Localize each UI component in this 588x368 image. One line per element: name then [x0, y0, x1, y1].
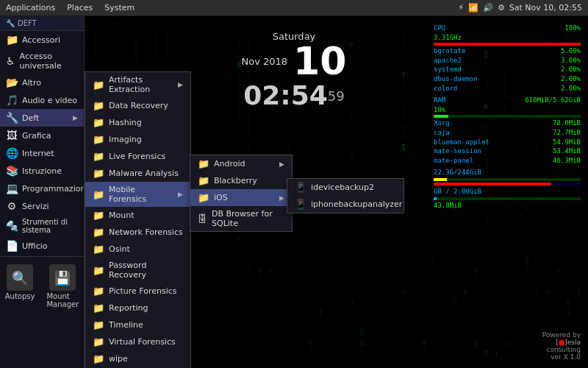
submenu-label: Mount [109, 210, 134, 220]
folder-icon: 📁 [93, 319, 104, 330]
proc-dbus: dbus-daemon [434, 74, 478, 84]
deft-picture-forensics[interactable]: 📁 Picture Forensics [85, 283, 190, 300]
folder-icon: 📁 [93, 168, 104, 179]
cpu-freq: 3.31GHz [434, 33, 462, 43]
tesla-branding: Powered by [■]esla consulting ver X 1.0 [542, 331, 581, 361]
folder-icon: 📁 [93, 302, 104, 314]
launcher-mount-manager[interactable]: 💾 Mount Manager [43, 261, 82, 311]
strumenti-icon: 🔩 [6, 220, 18, 232]
proc-mate-session: mate-session [434, 146, 481, 156]
desktop: Saturday Nov 2018 10 02:5459 CPU 100% 3.… [0, 16, 588, 368]
ram-label: RAM [434, 96, 445, 105]
ram-used: 610MiB/5.62GiB [525, 96, 581, 105]
deft-reporting[interactable]: 📁 Reporting [85, 300, 190, 316]
system-menu[interactable]: System [98, 1, 140, 14]
deft-password-recovery[interactable]: 📁 Password Recovery [85, 258, 190, 283]
servizi-icon: ⚙ [6, 200, 18, 212]
arrow-right-icon: ▶ [178, 191, 183, 198]
submenu-label: iphonebackupanalyzer [311, 199, 402, 209]
version-label: ver X 1.0 [542, 353, 581, 361]
tesla-bracket-icon: ■ [559, 339, 565, 346]
arrow-right-icon: ▶ [279, 160, 284, 168]
mobile-android[interactable]: 📁 Android ▶ [190, 155, 292, 172]
deft-osint[interactable]: 📁 Osint [85, 241, 190, 258]
top-panel: Applications Places System ⚡ 📶 🔊 ⚙ Sat N… [0, 0, 588, 16]
submenu-label: Virtual Forensics [109, 337, 176, 347]
deft-network-forensics[interactable]: 📁 Network Forensics [85, 224, 190, 241]
launcher-label: Ufficio [22, 241, 48, 251]
submenu-label: idevicebackup2 [311, 183, 374, 192]
launcher-item-servizi[interactable]: ⚙ Servizi [0, 197, 84, 215]
launcher-item-deft[interactable]: 🔧 Deft ▶ [0, 109, 84, 127]
submenu-label: DB Browser for SQLite [212, 209, 284, 228]
ios-idevicebackup2[interactable]: 📱 idevicebackup2 [287, 179, 404, 196]
launcher-label: Accessori [22, 35, 60, 45]
arrow-right-icon: ▶ [73, 114, 78, 121]
ram-pct: 10% [434, 105, 445, 115]
deft-data-recovery[interactable]: 📁 Data Recovery [85, 97, 190, 114]
mobile-db-browser[interactable]: 🗄 DB Browser for SQLite [190, 206, 292, 231]
applications-menu[interactable]: Applications [0, 1, 61, 14]
folder-icon: 📁 [93, 265, 104, 276]
deft-mobile-forensics[interactable]: 📁 Mobile Forensics ▶ [85, 182, 190, 207]
mobile-blackberry[interactable]: 📁 Blackberry [190, 172, 292, 189]
deft-live-forensics[interactable]: 📁 Live Forensics [85, 148, 190, 165]
launcher-label: Deft [22, 113, 39, 123]
proc-systemd: systemd [434, 65, 462, 74]
settings-icon[interactable]: ⚙ [498, 3, 505, 13]
arrow-right-icon: ▶ [178, 81, 183, 88]
folder-icon: 📁 [198, 158, 209, 169]
mobile-forensics-submenu: 📁 Android ▶ 📁 Blackberry 📁 iOS ▶ 🗄 DB Br… [190, 155, 293, 232]
folder-icon: 📁 [93, 189, 104, 200]
cpu-pct: 100% [564, 24, 581, 33]
proc-xorg: Xorg [434, 118, 450, 128]
mount-manager-label: Mount Manager [46, 292, 79, 308]
launcher-label: Servizi [22, 202, 49, 211]
launcher-label: Strumenti di sistema [22, 218, 78, 234]
launcher-item-strumenti[interactable]: 🔩 Strumenti di sistema [0, 215, 84, 237]
launcher-item-programmazione[interactable]: 💻 Programmazione [0, 180, 84, 197]
deft-mount[interactable]: 📁 Mount [85, 207, 190, 224]
folder-icon: 📁 [93, 210, 104, 221]
launcher-item-audio[interactable]: 🎵 Audio e video [0, 91, 84, 109]
launcher-item-internet[interactable]: 🌐 Internet [0, 144, 84, 162]
launcher-autopsy[interactable]: 🔍 Autopsy [2, 261, 38, 311]
autopsy-icon: 🔍 [7, 264, 33, 291]
mobile-ios[interactable]: 📁 iOS ▶ [190, 189, 292, 206]
launcher-item-grafica[interactable]: 🖼 Grafica [0, 127, 84, 144]
submenu-label: Android [214, 159, 245, 169]
deft-virtual-forensics[interactable]: 📁 Virtual Forensics [85, 333, 190, 350]
proc-caja: caja [434, 128, 450, 138]
launcher-item-istruzione[interactable]: 📚 Istruzione [0, 162, 84, 180]
ios-app-icon: 📱 [295, 182, 306, 193]
launcher-title: DEFT [18, 19, 37, 27]
launcher-item-accessori[interactable]: 📁 Accessori [0, 31, 84, 49]
bluetooth-icon: ⚡ [458, 3, 464, 13]
deft-hashing[interactable]: 📁 Hashing [85, 114, 190, 131]
clock-time: 02:54 [243, 80, 328, 110]
network-icon: 📶 [468, 3, 478, 13]
folder-icon: 📁 [93, 134, 104, 145]
launcher-item-accesso[interactable]: ♿ Accesso universale [0, 49, 84, 74]
places-menu[interactable]: Places [61, 1, 98, 14]
top-panel-right: ⚡ 📶 🔊 ⚙ Sat Nov 10, 02:55 [458, 3, 588, 13]
launcher-item-ufficio[interactable]: 📄 Ufficio [0, 237, 84, 255]
clock-month-year: Nov 2018 [242, 56, 288, 67]
ios-app-icon: 📱 [295, 199, 306, 210]
deft-wipe[interactable]: 📁 wipe [85, 350, 190, 367]
clock-date-bottom: Nov 2018 10 [242, 42, 347, 80]
launcher-item-altro[interactable]: 📂 Altro [0, 74, 84, 91]
folder-icon: 📁 [93, 336, 104, 347]
submenu-label: Data Recovery [109, 101, 168, 110]
launcher-header: 🔧 DEFT [0, 16, 84, 31]
deft-timeline[interactable]: 📁 Timeline [85, 316, 190, 333]
deft-artifacts-extraction[interactable]: 📁 Artifacts Extraction ▶ [85, 72, 190, 97]
volume-icon: 🔊 [483, 3, 493, 13]
mount-manager-icon: 💾 [49, 264, 76, 291]
submenu-label: Blackberry [214, 176, 257, 185]
submenu-label: Reporting [109, 303, 148, 313]
deft-malware-analysis[interactable]: 📁 Malware Analysis [85, 165, 190, 182]
submenu-label: Timeline [109, 320, 143, 330]
deft-imaging[interactable]: 📁 Imaging [85, 131, 190, 148]
ios-iphonebackupanalyzer[interactable]: 📱 iphonebackupanalyzer [287, 196, 404, 213]
